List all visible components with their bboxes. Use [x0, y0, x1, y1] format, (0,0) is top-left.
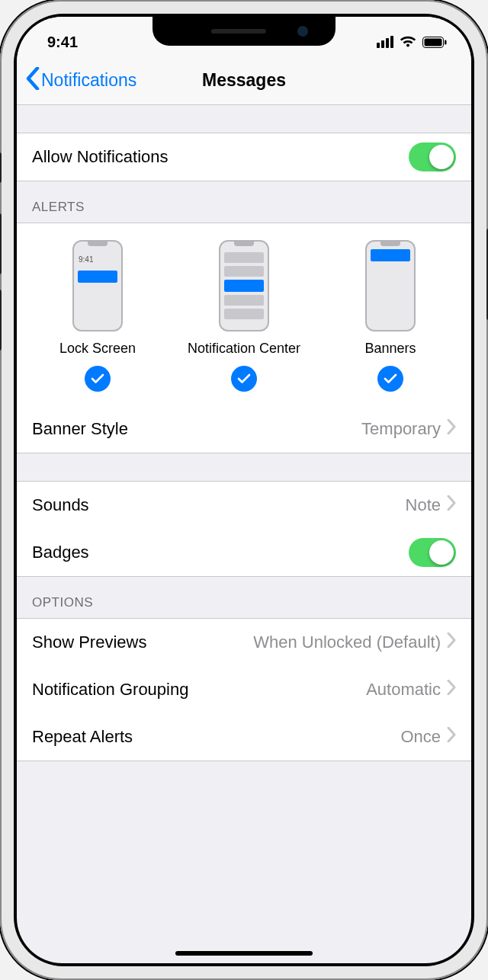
- chevron-right-icon: [447, 495, 456, 515]
- alert-nc-label: Notification Center: [188, 341, 300, 357]
- banners-check-icon[interactable]: [377, 366, 403, 392]
- chevron-right-icon: [447, 419, 456, 439]
- page-title: Messages: [202, 70, 286, 91]
- alert-option-notification-center[interactable]: Notification Center: [171, 240, 317, 392]
- alert-lock-label: Lock Screen: [59, 341, 136, 357]
- repeat-alerts-row[interactable]: Repeat Alerts Once: [17, 713, 471, 761]
- allow-notifications-row[interactable]: Allow Notifications: [17, 133, 471, 181]
- alert-option-lock-screen[interactable]: 9:41 Lock Screen: [24, 240, 171, 392]
- status-right: [377, 36, 447, 48]
- banner-style-row[interactable]: Banner Style Temporary: [17, 405, 471, 453]
- badges-row[interactable]: Badges: [17, 529, 471, 576]
- options-group: Show Previews When Unlocked (Default) No…: [17, 618, 471, 761]
- svg-rect-1: [425, 38, 442, 46]
- volume-down-button: [0, 290, 2, 351]
- sounds-label: Sounds: [32, 495, 89, 515]
- wifi-icon: [400, 36, 416, 48]
- mute-switch: [0, 152, 2, 183]
- repeat-alerts-label: Repeat Alerts: [32, 727, 133, 747]
- chevron-right-icon: [447, 633, 456, 652]
- notification-center-check-icon[interactable]: [231, 366, 257, 392]
- notification-grouping-value: Automatic: [366, 680, 441, 700]
- alerts-row: 9:41 Lock Screen: [17, 223, 471, 405]
- screen: 9:41 Notifications: [17, 17, 471, 963]
- chevron-right-icon: [447, 727, 456, 747]
- volume-up-button: [0, 213, 2, 274]
- sounds-value: Note: [406, 495, 441, 515]
- allow-group: Allow Notifications: [17, 133, 471, 181]
- notification-grouping-label: Notification Grouping: [32, 680, 188, 700]
- banner-style-label: Banner Style: [32, 419, 128, 439]
- cellular-icon: [377, 36, 393, 48]
- show-previews-value: When Unlocked (Default): [253, 633, 441, 652]
- badges-label: Badges: [32, 543, 89, 562]
- nav-bar: Notifications Messages: [17, 56, 471, 105]
- alerts-group: 9:41 Lock Screen: [17, 223, 471, 453]
- mini-time: 9:41: [79, 255, 93, 264]
- repeat-alerts-value: Once: [400, 727, 441, 747]
- allow-notifications-label: Allow Notifications: [32, 147, 169, 167]
- svg-rect-2: [445, 40, 447, 44]
- device-inner: 9:41 Notifications: [14, 14, 474, 966]
- back-label: Notifications: [41, 70, 136, 91]
- show-previews-label: Show Previews: [32, 633, 146, 652]
- allow-notifications-toggle[interactable]: [409, 143, 456, 171]
- alert-banners-label: Banners: [364, 341, 416, 357]
- content[interactable]: Allow Notifications ALERTS 9:41: [17, 105, 471, 963]
- banners-preview-icon: [365, 240, 416, 331]
- alerts-header: ALERTS: [17, 181, 471, 223]
- options-header: OPTIONS: [17, 577, 471, 618]
- chevron-left-icon: [26, 67, 41, 94]
- status-time: 9:41: [47, 34, 78, 51]
- lock-screen-preview-icon: 9:41: [72, 240, 123, 331]
- notification-center-preview-icon: [219, 240, 269, 331]
- device-frame: 9:41 Notifications: [0, 0, 488, 980]
- lock-screen-check-icon[interactable]: [85, 366, 111, 392]
- sounds-badges-group: Sounds Note Badges: [17, 481, 471, 577]
- banner-style-value: Temporary: [361, 419, 441, 439]
- alert-option-banners[interactable]: Banners: [317, 240, 464, 392]
- notch: [152, 17, 336, 46]
- back-button[interactable]: Notifications: [26, 56, 136, 104]
- notification-grouping-row[interactable]: Notification Grouping Automatic: [17, 666, 471, 713]
- sounds-row[interactable]: Sounds Note: [17, 482, 471, 529]
- battery-icon: [422, 37, 447, 48]
- show-previews-row[interactable]: Show Previews When Unlocked (Default): [17, 619, 471, 666]
- chevron-right-icon: [447, 680, 456, 700]
- home-indicator[interactable]: [175, 951, 313, 956]
- badges-toggle[interactable]: [409, 538, 456, 567]
- alerts-panel: 9:41 Lock Screen: [17, 223, 471, 405]
